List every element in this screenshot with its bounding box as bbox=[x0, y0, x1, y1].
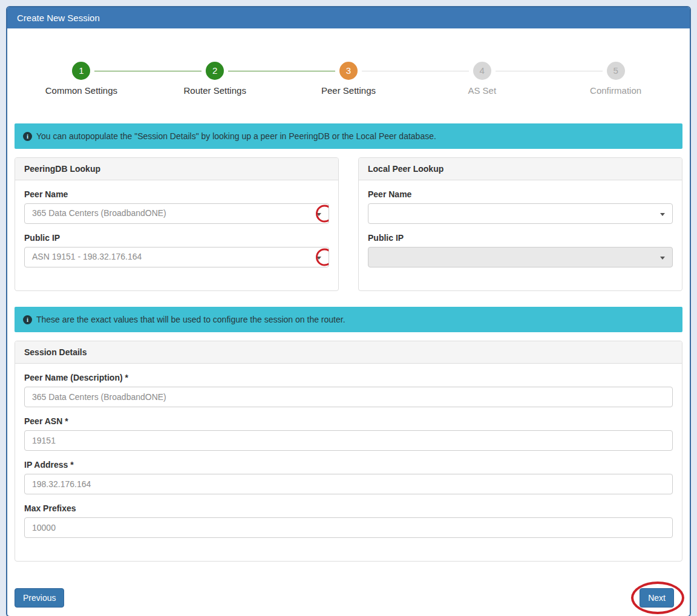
max-prefixes-input[interactable] bbox=[24, 517, 673, 538]
local-peer-lookup-panel: Local Peer Lookup Peer Name Public IP bbox=[358, 157, 682, 291]
max-prefixes-label: Max Prefixes bbox=[24, 503, 673, 513]
step-label: Common Settings bbox=[15, 85, 148, 96]
next-button[interactable]: Next bbox=[640, 588, 674, 608]
chevron-down-icon[interactable] bbox=[316, 257, 321, 260]
local-peer-name-select[interactable] bbox=[368, 203, 673, 224]
step-label: AS Set bbox=[415, 85, 549, 96]
ip-address-label: IP Address * bbox=[24, 460, 673, 470]
local-peer-name-label: Peer Name bbox=[368, 189, 673, 199]
info-icon: i bbox=[23, 315, 32, 324]
step-number-badge: 3 bbox=[339, 62, 358, 80]
peeringdb-lookup-title: PeeringDB Lookup bbox=[15, 158, 338, 180]
peeringdb-peer-name-select[interactable]: 365 Data Centers (BroadbandONE) bbox=[24, 203, 329, 224]
peeringdb-peer-name-label: Peer Name bbox=[24, 189, 329, 199]
step-as-set[interactable]: 4 AS Set bbox=[415, 62, 549, 96]
session-details-title: Session Details bbox=[15, 341, 682, 364]
step-label: Router Settings bbox=[148, 85, 282, 96]
info-icon: i bbox=[23, 132, 32, 141]
lookup-info-text: You can autopopulate the "Session Detail… bbox=[36, 131, 436, 141]
chevron-down-icon[interactable] bbox=[316, 213, 321, 216]
lookup-info-banner: i You can autopopulate the "Session Deta… bbox=[15, 123, 682, 149]
chevron-down-icon[interactable] bbox=[660, 213, 665, 216]
peer-asn-input[interactable] bbox=[24, 430, 673, 451]
wizard-stepper: 1 Common Settings 2 Router Settings 3 Pe… bbox=[15, 36, 682, 123]
local-peer-lookup-title: Local Peer Lookup bbox=[359, 158, 682, 180]
peeringdb-public-ip-value: ASN 19151 - 198.32.176.164 bbox=[32, 252, 142, 261]
peer-asn-label: Peer ASN * bbox=[24, 416, 673, 426]
session-info-text: These are the exact values that will be … bbox=[36, 315, 345, 324]
lookup-panels-row: PeeringDB Lookup Peer Name 365 Data Cent… bbox=[15, 157, 682, 291]
peeringdb-public-ip-select[interactable]: ASN 19151 - 198.32.176.164 bbox=[24, 247, 329, 267]
session-info-banner: i These are the exact values that will b… bbox=[15, 307, 682, 332]
step-common-settings[interactable]: 1 Common Settings bbox=[15, 62, 148, 96]
wizard-footer: Previous Next bbox=[15, 588, 682, 609]
peer-name-description-input[interactable] bbox=[24, 387, 673, 407]
card-title: Create New Session bbox=[7, 7, 690, 28]
chevron-down-icon bbox=[660, 257, 665, 260]
peeringdb-public-ip-label: Public IP bbox=[24, 233, 329, 243]
card-body: 1 Common Settings 2 Router Settings 3 Pe… bbox=[7, 28, 690, 616]
step-label: Confirmation bbox=[549, 85, 682, 96]
step-number-badge: 1 bbox=[72, 62, 90, 80]
step-label: Peer Settings bbox=[282, 85, 416, 96]
step-number-badge: 2 bbox=[206, 62, 224, 80]
session-details-panel: Session Details Peer Name (Description) … bbox=[15, 341, 682, 562]
local-public-ip-label: Public IP bbox=[368, 233, 673, 243]
step-peer-settings[interactable]: 3 Peer Settings bbox=[282, 62, 416, 96]
local-public-ip-select bbox=[368, 247, 673, 267]
ip-address-input[interactable] bbox=[24, 474, 673, 494]
peeringdb-peer-name-value: 365 Data Centers (BroadbandONE) bbox=[32, 208, 166, 218]
peer-name-description-label: Peer Name (Description) * bbox=[24, 373, 673, 382]
previous-button[interactable]: Previous bbox=[15, 588, 64, 608]
peeringdb-lookup-panel: PeeringDB Lookup Peer Name 365 Data Cent… bbox=[15, 157, 339, 291]
step-router-settings[interactable]: 2 Router Settings bbox=[148, 62, 282, 96]
create-session-card: Create New Session 1 Common Settings 2 R… bbox=[6, 6, 691, 616]
step-number-badge: 5 bbox=[607, 62, 625, 80]
step-confirmation[interactable]: 5 Confirmation bbox=[549, 62, 682, 96]
step-number-badge: 4 bbox=[473, 62, 491, 80]
